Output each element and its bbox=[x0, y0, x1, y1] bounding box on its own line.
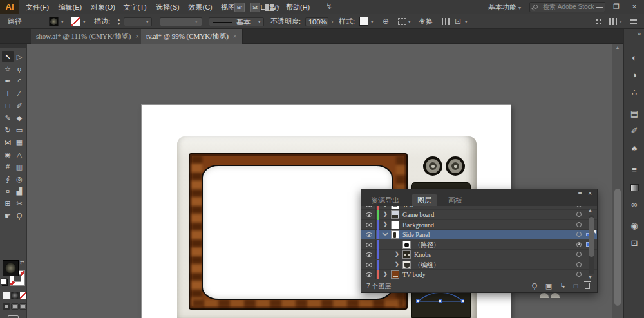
expand-dock-icon[interactable]: » bbox=[637, 30, 641, 37]
align-grid-icon[interactable] bbox=[596, 19, 601, 24]
collapse-panel-icon[interactable]: ◂◂ bbox=[578, 190, 580, 196]
gpu-performance-icon[interactable]: ↯ bbox=[326, 2, 332, 11]
new-layer-icon[interactable]: □ bbox=[571, 281, 580, 290]
tab-artboards[interactable]: 画板 bbox=[442, 194, 468, 206]
tv-knob-right[interactable] bbox=[446, 156, 465, 176]
isolate-caret-icon[interactable]: ▾ bbox=[408, 19, 411, 24]
expand-arrow-icon[interactable]: ❯ bbox=[383, 211, 388, 217]
gradient-panel-icon[interactable] bbox=[624, 179, 644, 196]
fill-caret-icon[interactable]: ▾ bbox=[61, 19, 64, 24]
layer-row-gameboard[interactable]: ❯Game board bbox=[361, 210, 597, 220]
opacity-field[interactable]: 100% bbox=[305, 17, 328, 26]
control-panel-menu-icon[interactable] bbox=[630, 19, 637, 24]
creative-cloud-icon[interactable]: ∞ bbox=[624, 196, 644, 213]
target-circle-icon[interactable] bbox=[576, 252, 582, 257]
menu-item-5[interactable]: 效果(C) bbox=[187, 0, 214, 14]
mesh-tool[interactable]: # bbox=[2, 161, 14, 173]
visibility-eye-icon[interactable] bbox=[366, 206, 372, 207]
scale-tool[interactable]: ▭ bbox=[14, 124, 25, 136]
brush-definition-combo[interactable]: 基本 bbox=[209, 17, 264, 26]
delete-layer-icon[interactable] bbox=[585, 283, 590, 289]
artboards-panel-icon[interactable]: ⊡ bbox=[624, 235, 644, 252]
fill-swatch[interactable] bbox=[3, 260, 19, 276]
doc-tab-tv[interactable]: tv.ai* @ 99% (CMYK/预览)× bbox=[141, 29, 243, 44]
lasso-tool[interactable]: ϙ bbox=[14, 63, 25, 75]
line-segment-tool[interactable]: ∕ bbox=[14, 88, 25, 99]
document-setup-icon[interactable]: ⊕ bbox=[383, 17, 389, 26]
draw-behind-mode-button[interactable] bbox=[11, 303, 19, 310]
layer-thumbnail-tvbody[interactable] bbox=[391, 270, 399, 279]
zoom-tool[interactable]: Ϙ bbox=[14, 210, 25, 221]
brushes-panel-icon[interactable]: ✐ bbox=[624, 123, 644, 140]
menu-item-2[interactable]: 对象(O) bbox=[90, 0, 117, 14]
layer-label[interactable]: TV body bbox=[402, 270, 426, 279]
paragraph-icon[interactable] bbox=[609, 18, 617, 25]
gradient-button[interactable] bbox=[11, 292, 19, 299]
stroke-color-swatch[interactable] bbox=[71, 17, 80, 26]
swatches-panel-icon[interactable]: ▤ bbox=[624, 106, 644, 122]
target-circle-icon[interactable] bbox=[576, 222, 582, 227]
menu-item-1[interactable]: 编辑(E) bbox=[57, 0, 84, 14]
type-tool[interactable]: T bbox=[2, 88, 14, 99]
menu-item-0[interactable]: 文件(F) bbox=[24, 0, 50, 14]
pasteboard-art-circle[interactable] bbox=[540, 293, 549, 298]
tab-asset-export[interactable]: 资源导出 bbox=[365, 194, 405, 206]
rectangle-tool[interactable]: □ bbox=[2, 100, 14, 111]
layer-label[interactable]: Side Panel bbox=[402, 230, 430, 239]
menu-item-3[interactable]: 文字(T) bbox=[122, 0, 148, 14]
collapse-arrow-icon[interactable]: ❯ bbox=[383, 232, 388, 236]
symbols-panel-icon[interactable]: ♣ bbox=[624, 140, 644, 157]
eraser-tool[interactable]: ◆ bbox=[14, 112, 25, 124]
free-transform-tool[interactable]: ▦ bbox=[14, 136, 25, 148]
fill-color-swatch[interactable] bbox=[49, 17, 59, 26]
tab-close-icon[interactable]: × bbox=[233, 33, 237, 40]
pen-tool[interactable]: ✒ bbox=[2, 75, 14, 87]
layer-thumbnail-background[interactable] bbox=[391, 221, 399, 229]
visibility-eye-icon[interactable] bbox=[366, 212, 372, 217]
layer-label[interactable]: Background bbox=[402, 221, 434, 229]
stroke-stepper[interactable]: ▴▾ bbox=[116, 17, 122, 26]
layer-thumbnail-gameboard[interactable] bbox=[391, 210, 399, 219]
scrollbar-thumb[interactable] bbox=[614, 189, 621, 306]
layers-scrollbar[interactable] bbox=[589, 215, 594, 274]
expand-arrow-icon[interactable]: ❯ bbox=[383, 206, 388, 207]
bridge-button[interactable]: Br bbox=[234, 3, 245, 12]
curvature-tool[interactable]: ◜ bbox=[14, 75, 25, 87]
layer-row-tvbody[interactable]: ❯TV body bbox=[361, 270, 597, 279]
layer-label[interactable]: Game board bbox=[402, 210, 434, 219]
isolate-selection-icon[interactable] bbox=[398, 18, 406, 25]
blend-tool[interactable]: ◎ bbox=[14, 173, 25, 185]
minimize-button[interactable]: — bbox=[592, 0, 607, 14]
artboard-tool[interactable]: ⊞ bbox=[2, 198, 14, 209]
layer-thumbnail-group[interactable] bbox=[402, 261, 411, 269]
doc-tab-show[interactable]: show.ai* @ 111% (CMYK/预览)× bbox=[31, 29, 145, 44]
slice-tool[interactable]: ✂ bbox=[14, 198, 25, 209]
menu-item-8[interactable]: 帮助(H) bbox=[285, 0, 311, 14]
tab-close-icon[interactable]: × bbox=[135, 33, 139, 40]
path-anchor-point[interactable] bbox=[461, 299, 464, 303]
color-guide-panel-icon[interactable]: ◑ bbox=[624, 67, 644, 84]
layer-thumbnail-text[interactable] bbox=[391, 206, 399, 209]
path-anchor-point[interactable] bbox=[439, 299, 442, 303]
menu-item-4[interactable]: 选择(S) bbox=[155, 0, 181, 14]
transform-label[interactable]: 变换 bbox=[419, 14, 433, 29]
gradient-tool[interactable]: ▥ bbox=[14, 161, 25, 173]
style-swatch[interactable] bbox=[359, 17, 368, 26]
stroke-caret-icon[interactable]: ▾ bbox=[83, 19, 86, 24]
layer-row-编组[interactable]: ❯〈编组〉 bbox=[361, 260, 597, 270]
tools-panel-header[interactable] bbox=[0, 44, 26, 48]
restore-button[interactable]: ❐ bbox=[609, 0, 623, 14]
selection-tool[interactable]: ↖ bbox=[2, 51, 14, 62]
stroke-weight-caret-icon[interactable]: ▾ bbox=[146, 19, 149, 24]
layer-label[interactable]: 〈编组〉 bbox=[414, 261, 440, 269]
default-fill-stroke-icon[interactable] bbox=[1, 278, 7, 285]
pasteboard-art-circle[interactable] bbox=[551, 293, 560, 298]
color-panel-icon[interactable]: ◐ bbox=[624, 50, 644, 66]
pencil-tool[interactable]: ✎ bbox=[2, 112, 14, 124]
paintbrush-tool[interactable]: ✐ bbox=[14, 100, 25, 111]
align-icon[interactable] bbox=[442, 18, 450, 25]
stroke-panel-icon[interactable]: ≡ bbox=[624, 162, 644, 178]
opacity-more-arrow[interactable]: › bbox=[331, 14, 334, 29]
layer-label[interactable]: 〈路径〉 bbox=[414, 241, 440, 249]
rotate-tool[interactable]: ↻ bbox=[2, 124, 14, 136]
